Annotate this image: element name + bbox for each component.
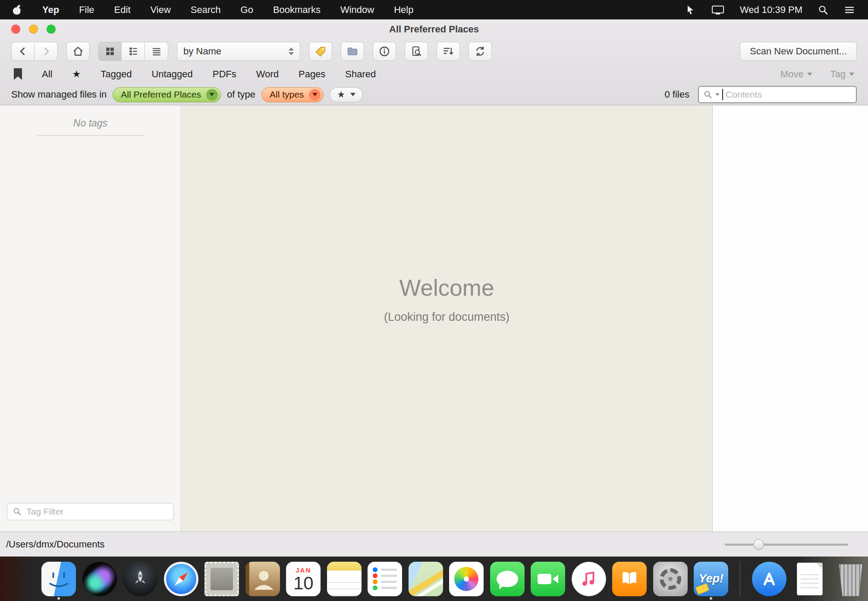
sort-order-button[interactable] bbox=[437, 42, 460, 61]
display-mirroring-icon[interactable] bbox=[711, 5, 724, 15]
dock-icon-music[interactable] bbox=[572, 557, 607, 601]
forward-button[interactable] bbox=[35, 42, 58, 61]
dock: JAN 10 bbox=[0, 557, 868, 601]
content-area: No tags Welcome (Looking for documents) bbox=[0, 105, 868, 531]
zoom-window-button[interactable] bbox=[47, 25, 56, 34]
dock-icon-facetime[interactable] bbox=[531, 557, 566, 601]
tag-dropdown[interactable]: Tag bbox=[830, 69, 854, 80]
documents-pane: Welcome (Looking for documents) bbox=[181, 105, 713, 531]
dock-icon-launchpad[interactable] bbox=[123, 557, 158, 601]
place-filter-chevron-icon[interactable] bbox=[206, 89, 218, 101]
dock-icon-mail[interactable] bbox=[204, 557, 239, 601]
filter-all[interactable]: All bbox=[42, 69, 52, 80]
scan-new-document-button[interactable]: Scan New Document... bbox=[740, 42, 857, 61]
menu-bookmarks[interactable]: Bookmarks bbox=[273, 4, 321, 16]
apple-menu-icon[interactable] bbox=[13, 5, 22, 15]
menu-go[interactable]: Go bbox=[241, 4, 253, 16]
menu-bar-clock[interactable]: Wed 10:39 PM bbox=[740, 4, 802, 16]
type-filter-pill[interactable]: All types bbox=[261, 87, 324, 102]
filter-pages[interactable]: Pages bbox=[299, 69, 325, 80]
slider-thumb[interactable] bbox=[753, 539, 764, 550]
status-bar: /Users/dmx/Documents bbox=[0, 531, 868, 557]
tags-sidebar: No tags bbox=[0, 105, 181, 531]
text-caret bbox=[722, 89, 723, 100]
list-thumb-view-button[interactable] bbox=[122, 42, 145, 61]
filter-bar: All ★ Tagged Untagged PDFs Word Pages Sh… bbox=[0, 64, 868, 84]
filter-tagged[interactable]: Tagged bbox=[101, 69, 132, 80]
welcome-title: Welcome bbox=[399, 275, 494, 301]
menu-window[interactable]: Window bbox=[340, 4, 374, 16]
dock-icon-textedit[interactable] bbox=[793, 557, 827, 601]
sort-by-value: by Name bbox=[183, 46, 221, 57]
menu-app-name[interactable]: Yep bbox=[42, 4, 59, 16]
move-label: Move bbox=[780, 69, 804, 80]
slider-track[interactable] bbox=[725, 544, 848, 546]
dock-icon-notes[interactable] bbox=[327, 557, 362, 601]
bookmark-icon[interactable] bbox=[14, 68, 22, 80]
star-filter-value: ★ bbox=[337, 89, 345, 100]
menu-edit[interactable]: Edit bbox=[114, 4, 131, 16]
running-indicator bbox=[710, 597, 712, 600]
dock-separator bbox=[740, 561, 741, 597]
dock-icon-photos[interactable] bbox=[449, 557, 484, 601]
dock-icon-books[interactable] bbox=[612, 557, 647, 601]
grid-view-button[interactable] bbox=[98, 42, 122, 61]
of-type-label: of type bbox=[227, 89, 255, 100]
filter-shared[interactable]: Shared bbox=[345, 69, 376, 80]
type-filter-chevron-icon[interactable] bbox=[309, 89, 321, 101]
place-filter-pill[interactable]: All Preferred Places bbox=[113, 87, 221, 102]
tag-label: Tag bbox=[830, 69, 846, 80]
dock-icon-system-preferences[interactable] bbox=[653, 557, 688, 601]
filter-pdfs[interactable]: PDFs bbox=[213, 69, 236, 80]
menu-view[interactable]: View bbox=[151, 4, 171, 16]
filter-word[interactable]: Word bbox=[256, 69, 279, 80]
show-in-label: Show managed files in bbox=[11, 89, 107, 100]
info-button[interactable] bbox=[373, 42, 396, 61]
dock-icon-maps[interactable] bbox=[409, 557, 443, 601]
dock-icon-calendar[interactable]: JAN 10 bbox=[286, 557, 321, 601]
notification-center-icon[interactable] bbox=[844, 5, 855, 15]
star-filter-chevron-icon bbox=[350, 93, 355, 96]
search-scope-chevron-icon bbox=[715, 93, 720, 96]
tag-filter-input[interactable] bbox=[26, 506, 168, 517]
folder-button[interactable] bbox=[341, 42, 364, 61]
file-count: 0 files bbox=[665, 89, 689, 100]
select-arrows-icon bbox=[289, 47, 294, 55]
menu-search[interactable]: Search bbox=[191, 4, 221, 16]
dock-icon-yep[interactable]: Yep! bbox=[694, 557, 729, 601]
back-button[interactable] bbox=[11, 42, 35, 61]
minimize-window-button[interactable] bbox=[29, 25, 38, 34]
music-note-icon bbox=[579, 569, 599, 589]
dock-icon-app-store[interactable] bbox=[752, 557, 786, 601]
filter-starred[interactable]: ★ bbox=[72, 69, 81, 80]
scope-bar: Show managed files in All Preferred Plac… bbox=[0, 84, 868, 105]
dock-icon-messages[interactable] bbox=[490, 557, 525, 601]
menu-file[interactable]: File bbox=[79, 4, 94, 16]
dock-icon-safari[interactable] bbox=[164, 557, 199, 601]
move-dropdown[interactable]: Move bbox=[780, 69, 812, 80]
dock-icon-contacts[interactable] bbox=[245, 557, 280, 601]
dock-icon-reminders[interactable] bbox=[368, 557, 403, 601]
refresh-button[interactable] bbox=[469, 42, 492, 61]
menu-help[interactable]: Help bbox=[394, 4, 413, 16]
close-window-button[interactable] bbox=[11, 25, 20, 34]
dock-icon-siri[interactable] bbox=[82, 557, 117, 601]
tag-filter-field[interactable] bbox=[7, 503, 174, 520]
dock-icon-trash[interactable] bbox=[833, 557, 868, 601]
title-bar: All Preferred Places bbox=[0, 19, 868, 39]
home-button[interactable] bbox=[66, 42, 90, 61]
zoom-slider[interactable] bbox=[725, 539, 848, 550]
spotlight-search-icon[interactable] bbox=[818, 5, 828, 15]
chevron-down-icon bbox=[807, 73, 812, 76]
contents-search-field[interactable] bbox=[698, 86, 857, 103]
sort-by-dropdown[interactable]: by Name bbox=[177, 42, 300, 61]
dock-icon-finder[interactable] bbox=[41, 557, 76, 601]
history-nav-control bbox=[11, 42, 58, 61]
tag-button[interactable] bbox=[309, 42, 332, 61]
preview-document-button[interactable] bbox=[405, 42, 428, 61]
filter-untagged[interactable]: Untagged bbox=[151, 69, 192, 80]
contents-search-input[interactable] bbox=[726, 89, 852, 100]
text-list-view-button[interactable] bbox=[145, 42, 168, 61]
chevron-down-icon bbox=[849, 73, 854, 76]
star-filter-pill[interactable]: ★ bbox=[330, 87, 363, 102]
